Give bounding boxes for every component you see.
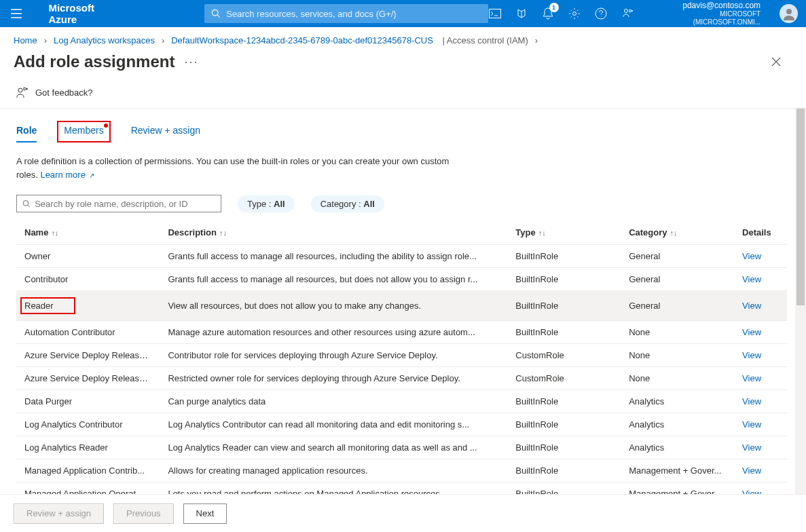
tab-members[interactable]: Members (64, 125, 103, 136)
role-type-cell: BuiltInRole (507, 291, 621, 321)
table-row[interactable]: Data PurgerCan purge analytics dataBuilt… (16, 390, 787, 413)
scrollbar-track[interactable] (795, 109, 806, 529)
role-name-cell: Log Analytics Contributor (16, 413, 160, 436)
svg-point-5 (786, 9, 792, 14)
view-details-link[interactable]: View (742, 466, 761, 476)
account-info[interactable]: pdavis@contoso.com MICROSOFT (MICROSOFT.… (655, 1, 761, 26)
column-header-category[interactable]: Category↑↓ (621, 222, 734, 245)
column-header-description[interactable]: Description↑↓ (160, 222, 507, 245)
breadcrumb-default-workspace[interactable]: DefaultWorkspace-1234abcd-2345-6789-0abc… (171, 35, 433, 45)
role-description-text: A role definition is a collection of per… (16, 142, 451, 184)
svg-rect-1 (489, 9, 500, 18)
table-row[interactable]: ReaderView all resources, but does not a… (16, 291, 787, 321)
chevron-right-icon: › (535, 35, 538, 45)
svg-point-7 (23, 200, 29, 206)
role-name-cell: Log Analytics Reader (16, 436, 160, 459)
view-details-link[interactable]: View (742, 274, 761, 284)
chevron-right-icon: › (162, 35, 164, 45)
close-button[interactable] (768, 54, 784, 70)
role-description-cell: View all resources, but does not allow y… (160, 291, 507, 321)
role-category-cell: Analytics (621, 436, 734, 459)
view-details-link[interactable]: View (742, 301, 761, 311)
role-name-cell: Contributor (16, 268, 160, 291)
role-name-cell: Owner (16, 245, 160, 268)
external-link-icon: ↗ (87, 172, 94, 179)
breadcrumb-workspaces[interactable]: Log Analytics workspaces (54, 35, 155, 45)
table-row[interactable]: Azure Service Deploy Release ...Contribu… (16, 344, 787, 367)
role-description-cell: Grants full access to manage all resourc… (160, 268, 507, 291)
hamburger-menu-icon[interactable] (8, 5, 24, 22)
column-header-name[interactable]: Name↑↓ (16, 222, 160, 245)
role-type-cell: BuiltInRole (507, 390, 621, 413)
feedback-link[interactable]: Got feedback? (35, 88, 93, 98)
table-row[interactable]: OwnerGrants full access to manage all re… (16, 245, 787, 268)
table-row[interactable]: Managed Application Contrib...Allows for… (16, 459, 787, 482)
role-description-cell: Can purge analytics data (160, 390, 507, 413)
close-icon (771, 57, 781, 66)
breadcrumb: Home › Log Analytics workspaces › Defaul… (0, 27, 806, 50)
svg-point-2 (573, 12, 576, 15)
global-search-input[interactable] (226, 9, 481, 19)
account-tenant: MICROSOFT (MICROSOFT.ONMI... (655, 10, 761, 26)
person-feedback-icon (16, 86, 29, 98)
role-description-cell: Log Analytics Contributor can read all m… (160, 413, 507, 436)
role-category-cell: Analytics (621, 413, 734, 436)
next-button[interactable]: Next (183, 504, 227, 524)
role-name-cell: Data Purger (16, 390, 160, 413)
role-category-cell: None (621, 321, 734, 344)
table-row[interactable]: Log Analytics ContributorLog Analytics C… (16, 413, 787, 436)
tab-members-highlight: Members (57, 121, 110, 142)
role-type-cell: BuiltInRole (507, 436, 621, 459)
role-name-cell: Azure Service Deploy Release ... (16, 367, 160, 390)
view-details-link[interactable]: View (742, 419, 761, 430)
avatar[interactable] (780, 4, 798, 23)
settings-gear-icon[interactable] (568, 7, 581, 20)
role-category-cell: Management + Gover... (621, 459, 734, 482)
directories-icon[interactable] (515, 7, 528, 20)
learn-more-link[interactable]: Learn more ↗ (40, 170, 94, 180)
column-header-type[interactable]: Type↑↓ (507, 222, 621, 245)
role-search[interactable] (16, 195, 221, 212)
table-row[interactable]: Automation ContributorManage azure autom… (16, 321, 787, 344)
type-filter[interactable]: Type : All (238, 195, 295, 212)
role-description-cell: Log Analytics Reader can view and search… (160, 436, 507, 459)
role-description-cell: Manage azure automation resources and ot… (160, 321, 507, 344)
notifications-icon[interactable]: 1 (541, 7, 554, 20)
roles-table: Name↑↓ Description↑↓ Type↑↓ Category↑↓ D… (16, 222, 787, 506)
review-assign-button: Review + assign (14, 504, 104, 524)
table-row[interactable]: ContributorGrants full access to manage … (16, 268, 787, 291)
role-category-cell: None (621, 344, 734, 367)
global-search[interactable] (204, 4, 488, 23)
breadcrumb-home[interactable]: Home (14, 35, 37, 45)
help-icon[interactable] (595, 7, 608, 20)
tab-review-assign[interactable]: Review + assign (131, 121, 200, 142)
view-details-link[interactable]: View (742, 396, 761, 406)
role-description-cell: Contributor role for services deploying … (160, 344, 507, 367)
svg-point-6 (18, 88, 22, 92)
view-details-link[interactable]: View (742, 373, 761, 383)
account-email: pdavis@contoso.com (655, 1, 761, 10)
table-row[interactable]: Log Analytics ReaderLog Analytics Reader… (16, 436, 787, 459)
view-details-link[interactable]: View (742, 350, 761, 360)
role-name-cell: Automation Contributor (16, 321, 160, 344)
table-row[interactable]: Azure Service Deploy Release ...Restrict… (16, 367, 787, 390)
role-search-input[interactable] (35, 199, 215, 209)
view-details-link[interactable]: View (742, 327, 761, 337)
sort-icon: ↑↓ (51, 229, 58, 237)
role-name-cell: Reader (16, 291, 160, 321)
more-actions-button[interactable]: ··· (184, 55, 198, 69)
view-details-link[interactable]: View (742, 442, 761, 453)
role-type-cell: BuiltInRole (507, 268, 621, 291)
view-details-link[interactable]: View (742, 251, 761, 261)
category-filter[interactable]: Category : All (311, 195, 384, 212)
cloud-shell-icon[interactable] (488, 7, 501, 20)
role-type-cell: CustomRole (507, 367, 621, 390)
scrollbar-thumb[interactable] (796, 109, 805, 305)
tab-role[interactable]: Role (16, 121, 37, 142)
svg-point-0 (213, 10, 219, 16)
chevron-right-icon: › (44, 35, 47, 45)
role-type-cell: BuiltInRole (507, 413, 621, 436)
notification-dot-icon (104, 124, 108, 128)
feedback-icon[interactable] (621, 7, 634, 20)
role-name-cell: Azure Service Deploy Release ... (16, 344, 160, 367)
